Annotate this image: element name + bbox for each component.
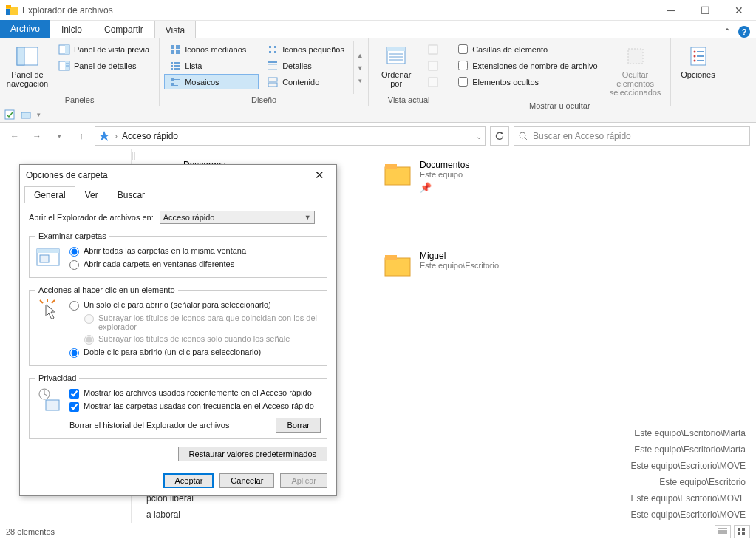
back-button[interactable]: ← [6,127,24,145]
show-frequent-folders-check[interactable]: Mostrar las carpetas usadas con frecuenc… [69,400,321,413]
help-icon[interactable]: ? [738,26,750,38]
chevron-down-icon: ▼ [304,214,311,221]
item-checkboxes-toggle[interactable]: Casillas de elemento [454,41,602,57]
ribbon-group-current-view: Ordenar por Vista actual [369,38,449,106]
svg-rect-54 [21,112,30,118]
dialog-button-row: Aceptar Cancelar Aplicar [20,467,336,495]
collapse-ribbon-icon[interactable]: ⌃ [723,27,731,37]
details-pane-button[interactable]: Panel de detalles [53,58,154,73]
svg-rect-42 [429,45,437,54]
hidden-items-toggle[interactable]: Elementos ocultos [454,74,602,89]
ribbon-group-show-hide: Casillas de elemento Extensiones de nomb… [449,38,670,106]
preview-pane-icon [58,44,70,55]
ribbon-group-options: Opciones [671,38,726,106]
dialog-close-button[interactable]: ✕ [308,167,330,183]
quick-access-star-icon [98,130,110,142]
browse-same-window-radio[interactable]: Abrir todas las carpetas en la misma ven… [69,245,321,258]
address-bar[interactable]: › Acceso rápido ⌄ [95,126,486,146]
ribbon: Panel de navegación Panel de vista previ… [0,38,756,106]
apply-button: Aplicar [280,473,327,488]
recent-file-name: a laboral [146,509,180,520]
file-extensions-toggle[interactable]: Extensiones de nombre de archivo [454,58,602,73]
search-placeholder: Buscar en Acceso rápido [533,131,631,141]
view-list[interactable]: Lista [164,58,259,73]
share-tab[interactable]: Compartir [93,20,154,38]
details-view-button[interactable] [715,525,731,538]
folder-item[interactable]: DocumentosEste equipo📌 [383,160,575,193]
svg-rect-6 [65,45,69,54]
chevron-right-icon: › [115,131,118,141]
home-tab[interactable]: Inicio [50,20,93,38]
svg-rect-75 [742,528,745,531]
history-dropdown[interactable]: ▾ [50,127,68,145]
svg-rect-38 [387,47,405,51]
app-icon [6,4,18,16]
sort-by-button[interactable]: Ordenar por [373,41,419,94]
dialog-tab-general[interactable]: General [24,186,75,203]
svg-rect-2 [6,9,10,15]
ribbon-group-panels: Panel de navegación Panel de vista previ… [0,38,160,106]
view-small-icons[interactable]: Iconos pequeños [262,41,350,57]
view-tiles[interactable]: Mosaicos [164,74,259,89]
single-click-radio[interactable]: Un solo clic para abrirlo (señalar para … [69,299,321,312]
layout-scroll-up[interactable]: ▲ [357,52,364,59]
refresh-button[interactable] [490,126,509,146]
recent-file-row[interactable]: a laboralEste equipo\Escritorio\MOVE [146,506,746,523]
view-content[interactable]: Contenido [262,74,350,89]
show-recent-files-check[interactable]: Mostrar los archivos usados recientement… [69,387,321,400]
search-box[interactable]: Buscar en Acceso rápido [514,126,750,146]
clear-history-button[interactable]: Borrar [276,418,321,433]
close-button[interactable]: ✕ [722,0,756,21]
folder-icon [383,160,412,189]
layout-scroll-down[interactable]: ▼ [357,64,364,72]
qa-dropdown-icon[interactable]: ▾ [37,111,41,118]
folder-location: Este equipo\Escritorio [420,261,499,270]
svg-marker-56 [501,132,503,134]
ok-button[interactable]: Aceptar [163,473,214,488]
up-button[interactable]: ↑ [72,127,90,145]
dialog-tab-view[interactable]: Ver [75,186,108,203]
hide-selected-button[interactable]: Ocultar elementos seleccionados [605,41,666,100]
svg-rect-4 [17,47,24,65]
svg-rect-16 [174,62,180,64]
icons-view-button[interactable] [734,525,750,538]
svg-rect-18 [174,65,180,67]
options-icon [687,44,710,68]
svg-rect-20 [174,68,180,70]
svg-rect-50 [697,55,704,57]
folder-item[interactable]: MiguelEste equipo\Escritorio [383,251,575,280]
dialog-tab-search[interactable]: Buscar [108,186,154,203]
cancel-button[interactable]: Cancelar [219,473,274,488]
preview-pane-button[interactable]: Panel de vista previa [53,41,154,57]
minimize-button[interactable]: ─ [654,0,688,21]
browse-new-window-radio[interactable]: Abrir cada carpeta en ventanas diferente… [69,258,321,271]
options-button[interactable]: Opciones [675,41,721,94]
maximize-button[interactable]: ☐ [688,0,722,21]
svg-point-47 [693,51,695,53]
open-in-select[interactable]: Acceso rápido ▼ [160,211,315,224]
svg-rect-17 [171,65,173,67]
titlebar: Explorador de archivos ─ ☐ ✕ [0,0,756,21]
open-in-label: Abrir el Explorador de archivos en: [29,213,154,222]
view-tab[interactable]: Vista [154,21,196,38]
double-click-radio[interactable]: Doble clic para abrirlo (un clic para se… [69,346,321,359]
recent-file-path: Este equipo\Escritorio\MOVE [631,461,746,471]
svg-rect-77 [742,532,745,535]
svg-rect-33 [268,67,277,67]
svg-rect-87 [46,400,59,410]
svg-rect-48 [697,51,704,52]
qa-folder-icon[interactable] [21,109,31,120]
address-dropdown-icon[interactable]: ⌄ [476,132,482,140]
nav-pane-button[interactable]: Panel de navegación [4,41,50,94]
hide-selected-icon [624,44,647,68]
restore-defaults-button[interactable]: Restaurar valores predeterminados [178,447,327,461]
forward-button[interactable]: → [28,127,46,145]
view-medium-icons[interactable]: Iconos medianos [164,41,259,57]
dialog-title: Opciones de carpeta [26,170,108,180]
file-tab[interactable]: Archivo [0,20,50,38]
qa-checkbox-icon[interactable] [4,109,15,120]
layout-more[interactable]: ▾ [358,77,362,84]
view-details[interactable]: Detalles [262,58,350,73]
recent-file-path: Este equipo\Escritorio [659,477,746,487]
folder-name: Documentos [420,160,469,170]
